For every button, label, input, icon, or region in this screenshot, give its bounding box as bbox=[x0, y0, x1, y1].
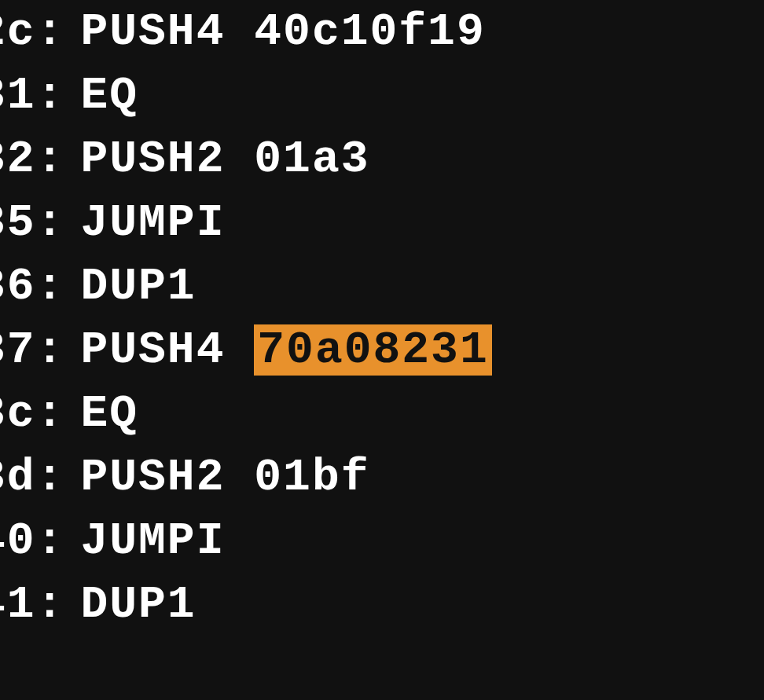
address: 37 bbox=[0, 324, 36, 376]
disasm-line: 32:PUSH2 01a3 bbox=[0, 127, 764, 191]
opcode: DUP1 bbox=[80, 261, 196, 312]
operand: 01bf bbox=[254, 452, 369, 503]
address: 41 bbox=[0, 579, 36, 630]
disasm-line: 40:JUMPI bbox=[0, 509, 764, 573]
colon: : bbox=[36, 388, 65, 439]
colon: : bbox=[36, 452, 65, 503]
opcode: EQ bbox=[80, 388, 138, 439]
address: 3d bbox=[0, 452, 36, 503]
disasm-line: 35:JUMPI bbox=[0, 191, 764, 255]
operand: 01a3 bbox=[254, 134, 369, 185]
address: 36 bbox=[0, 261, 36, 312]
opcode: JUMPI bbox=[80, 197, 225, 248]
colon: : bbox=[36, 261, 65, 312]
address: 35 bbox=[0, 197, 36, 248]
colon: : bbox=[36, 579, 65, 630]
address: 3c bbox=[0, 388, 36, 439]
opcode: PUSH4 bbox=[80, 324, 225, 376]
address: 32 bbox=[0, 134, 36, 185]
disasm-line: 36:DUP1 bbox=[0, 255, 764, 318]
opcode: DUP1 bbox=[80, 579, 196, 630]
operand-highlighted[interactable]: 70a08231 bbox=[254, 324, 491, 376]
colon: : bbox=[36, 134, 65, 185]
disassembly-view: 2c:PUSH4 40c10f1931:EQ32:PUSH2 01a335:JU… bbox=[0, 0, 764, 636]
opcode: PUSH2 bbox=[80, 134, 225, 185]
colon: : bbox=[36, 324, 65, 376]
address: 40 bbox=[0, 515, 36, 566]
colon: : bbox=[36, 70, 65, 121]
disasm-line: 3d:PUSH2 01bf bbox=[0, 445, 764, 509]
disasm-line: 37:PUSH4 70a08231 bbox=[0, 318, 764, 382]
address: 31 bbox=[0, 70, 36, 121]
disasm-line: 31:EQ bbox=[0, 64, 764, 127]
disasm-line: 2c:PUSH4 40c10f19 bbox=[0, 0, 764, 64]
address: 2c bbox=[0, 6, 36, 57]
colon: : bbox=[36, 197, 65, 248]
colon: : bbox=[36, 6, 65, 57]
opcode: JUMPI bbox=[80, 515, 225, 566]
opcode: EQ bbox=[80, 70, 138, 121]
disasm-line: 41:DUP1 bbox=[0, 573, 764, 636]
opcode: PUSH4 bbox=[80, 6, 225, 57]
operand: 40c10f19 bbox=[254, 6, 485, 57]
colon: : bbox=[36, 515, 65, 566]
opcode: PUSH2 bbox=[80, 452, 225, 503]
disasm-line: 3c:EQ bbox=[0, 382, 764, 445]
